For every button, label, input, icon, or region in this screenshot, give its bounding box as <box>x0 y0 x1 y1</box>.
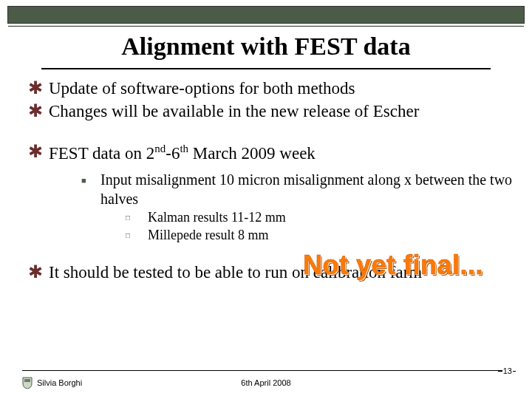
svg-rect-0 <box>24 379 30 382</box>
text-frag: March 2009 week <box>188 143 316 162</box>
crest-icon <box>22 377 33 389</box>
ordinal-sup: nd <box>154 143 166 154</box>
snowflake-icon: ✱ <box>28 78 49 98</box>
bullet-item: ✱ FEST data on 2nd-6th March 2009 week <box>28 142 517 164</box>
text-frag: Kalman results 11-12 <box>148 210 265 225</box>
footer-date: 6th April 2008 <box>241 378 290 387</box>
bullet-text: Update of software-options for both meth… <box>49 78 517 100</box>
text-frag: FEST data on 2 <box>49 143 154 162</box>
unit: mm <box>248 228 268 242</box>
footer-divider <box>22 370 510 371</box>
bullet-item: ✱ Changes will be available in the new r… <box>28 101 517 123</box>
bullet-item: ✱ Update of software-options for both me… <box>28 78 517 100</box>
slide-title: Alignment with FEST data <box>0 33 532 61</box>
sub-sub-bullet-text: Millepede result 8 mm <box>148 226 268 244</box>
page-number: 13 <box>502 366 513 375</box>
text-frag: Millepede result 8 <box>148 228 248 242</box>
title-underline <box>41 68 491 69</box>
snowflake-icon: ✱ <box>28 101 49 120</box>
bullet-text: Changes will be available in the new rel… <box>49 101 517 123</box>
page-number-value: 13 <box>502 366 513 375</box>
snowflake-icon: ✱ <box>28 262 49 282</box>
footer: Silvia Borghi 6th April 2008 13 <box>22 372 510 390</box>
box-bullet-icon: □ <box>126 226 148 241</box>
box-bullet-icon: □ <box>126 208 148 223</box>
ordinal-sup: th <box>180 143 188 154</box>
slide: Alignment with FEST data ✱ Update of sof… <box>0 0 532 399</box>
sub-bullet-text: Input misalignment 10 micron misalignmen… <box>100 170 517 208</box>
footer-author: Silvia Borghi <box>37 378 82 387</box>
sub-sub-bullet-item: □ Kalman results 11-12 mm <box>126 208 517 226</box>
bullet-text: FEST data on 2nd-6th March 2009 week <box>49 142 517 164</box>
text-frag: -6 <box>166 143 180 162</box>
header-bar <box>7 6 525 24</box>
unit: mm <box>265 210 286 225</box>
not-final-stamp: Not yet final... <box>303 250 483 281</box>
sub-bullet-item: ■ Input misalignment 10 micron misalignm… <box>81 170 517 208</box>
sub-sub-bullet-item: □ Millepede result 8 mm <box>126 226 517 244</box>
sub-sub-bullet-text: Kalman results 11-12 mm <box>148 208 286 226</box>
square-bullet-icon: ■ <box>81 170 100 185</box>
snowflake-icon: ✱ <box>28 142 49 161</box>
